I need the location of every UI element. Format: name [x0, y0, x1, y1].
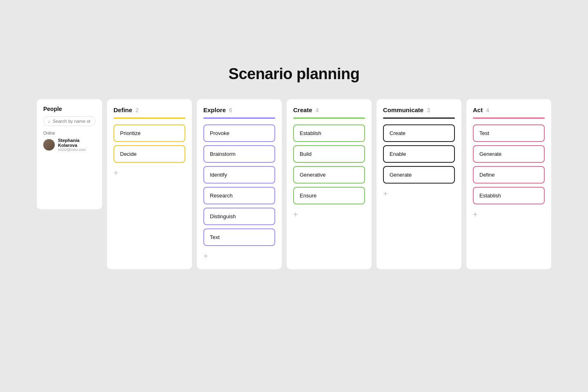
column-divider-define [114, 117, 185, 119]
card-act-0[interactable]: Test [473, 124, 545, 142]
column-title-communicate: Communicate [383, 106, 423, 113]
column-define: Define2PrioritizeDecide+ [107, 99, 192, 269]
online-label: Online [43, 131, 96, 135]
card-explore-5[interactable]: Text [203, 228, 275, 246]
card-define-1[interactable]: Decide [114, 145, 185, 163]
column-count-act: 4 [486, 107, 489, 113]
cards-explore: ProvokeBrainstormIdentifyResearchDisting… [203, 124, 275, 246]
card-act-3[interactable]: Establish [473, 187, 545, 204]
column-create: Create4EstablishBuildGenerativeEnsure+ [287, 99, 372, 269]
add-card-button-explore[interactable]: + [203, 251, 208, 262]
cards-communicate: CreateEnableGenerate [383, 124, 455, 184]
card-communicate-1[interactable]: Enable [383, 145, 455, 163]
card-explore-4[interactable]: Distinguish [203, 208, 275, 225]
column-header-explore: Explore6 [203, 106, 275, 113]
card-create-3[interactable]: Ensure [293, 187, 365, 204]
add-card-button-communicate[interactable]: + [383, 188, 388, 199]
column-divider-explore [203, 117, 275, 119]
column-header-act: Act4 [473, 106, 545, 113]
search-box: ⌕ [43, 116, 96, 126]
card-define-0[interactable]: Prioritize [114, 124, 185, 142]
card-explore-1[interactable]: Brainstorm [203, 145, 275, 163]
column-divider-act [473, 117, 545, 119]
column-header-communicate: Communicate3 [383, 106, 455, 113]
card-act-1[interactable]: Generate [473, 145, 545, 163]
card-explore-0[interactable]: Provoke [203, 124, 275, 142]
card-communicate-2[interactable]: Generate [383, 166, 455, 184]
column-divider-communicate [383, 117, 455, 119]
column-title-define: Define [114, 106, 132, 113]
add-card-button-act[interactable]: + [473, 209, 478, 220]
columns-container: Define2PrioritizeDecide+Explore6ProvokeB… [107, 99, 551, 269]
column-count-create: 4 [316, 107, 319, 113]
column-title-act: Act [473, 106, 483, 113]
search-input[interactable] [53, 119, 91, 124]
add-card-button-define[interactable]: + [114, 168, 118, 179]
column-explore: Explore6ProvokeBrainstormIdentifyResearc… [197, 99, 282, 269]
card-act-2[interactable]: Define [473, 166, 545, 184]
cards-act: TestGenerateDefineEstablish [473, 124, 545, 204]
user-row: Stephania Kolarova s52t2@miro.com [43, 138, 96, 152]
user-info: Stephania Kolarova s52t2@miro.com [58, 138, 96, 152]
board: People ⌕ Online Stephania Kolarova s52t2… [37, 99, 551, 269]
column-count-communicate: 3 [427, 107, 430, 113]
user-name: Stephania Kolarova [58, 138, 96, 148]
avatar [43, 139, 55, 151]
people-title: People [43, 106, 96, 112]
column-count-define: 2 [136, 107, 139, 113]
column-communicate: Communicate3CreateEnableGenerate+ [376, 99, 461, 269]
column-count-explore: 6 [229, 107, 232, 113]
cards-create: EstablishBuildGenerativeEnsure [293, 124, 365, 204]
column-divider-create [293, 117, 365, 119]
search-icon: ⌕ [48, 118, 51, 124]
column-header-create: Create4 [293, 106, 365, 113]
column-header-define: Define2 [114, 106, 185, 113]
card-explore-3[interactable]: Research [203, 187, 275, 204]
cards-define: PrioritizeDecide [114, 124, 185, 163]
column-title-explore: Explore [203, 106, 226, 113]
page-title: Scenario planning [229, 65, 360, 83]
people-panel: People ⌕ Online Stephania Kolarova s52t2… [37, 99, 102, 209]
column-act: Act4TestGenerateDefineEstablish+ [466, 99, 551, 269]
card-communicate-0[interactable]: Create [383, 124, 455, 142]
card-create-2[interactable]: Generative [293, 166, 365, 184]
card-explore-2[interactable]: Identify [203, 166, 275, 184]
column-title-create: Create [293, 106, 312, 113]
user-email: s52t2@miro.com [58, 148, 96, 152]
card-create-1[interactable]: Build [293, 145, 365, 163]
card-create-0[interactable]: Establish [293, 124, 365, 142]
add-card-button-create[interactable]: + [293, 209, 298, 220]
